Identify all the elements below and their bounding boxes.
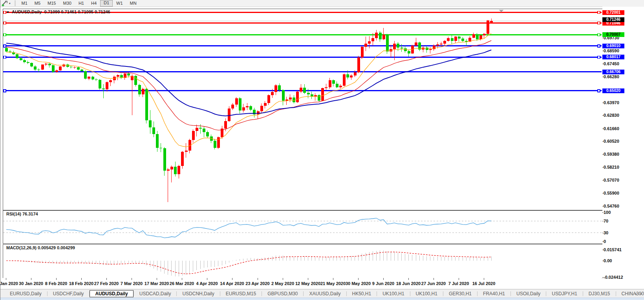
candle-body <box>436 44 439 46</box>
time-tick <box>459 278 459 280</box>
line-handle[interactable] <box>598 56 600 58</box>
chart-tab-uk100-h1[interactable]: UK100,H1 <box>410 291 443 297</box>
candle-body <box>167 169 170 171</box>
candle-body <box>99 80 101 89</box>
chart-tab-dj30-m15[interactable]: DJ30,M15 <box>583 291 616 297</box>
candle-body <box>239 98 242 110</box>
timeframe-button-mn[interactable]: MN <box>126 0 140 6</box>
line-handle[interactable] <box>598 33 600 36</box>
time-tick <box>408 278 409 280</box>
candle-body <box>386 35 389 52</box>
chart-style-icon[interactable] <box>0 0 9 6</box>
candle-body <box>271 92 274 95</box>
rsi-pane[interactable]: RSI(14) 76.3174 <box>3 210 603 244</box>
timeframe-button-m1[interactable]: M1 <box>18 0 31 6</box>
line-handle[interactable] <box>598 45 600 47</box>
chart-tab-audusd-daily[interactable]: AUDUSD,Daily <box>90 290 133 297</box>
timeframe-buttons: M1M5M15M30H1H4D1W1MN <box>18 0 140 7</box>
chart-tab-usdcad-daily[interactable]: USDCAD,Daily <box>134 291 177 297</box>
tab-scroll-arrows: ◂ ▸ <box>635 289 642 298</box>
timeframe-button-m30[interactable]: M30 <box>59 0 75 6</box>
line-handle[interactable] <box>4 45 6 47</box>
time-tick <box>232 278 232 280</box>
line-handle[interactable] <box>4 22 6 24</box>
price-tick-label: 0.68590 <box>604 48 619 53</box>
candle-body <box>149 120 152 128</box>
candle-body <box>224 121 227 129</box>
candle-body <box>80 70 83 71</box>
chart-tab-usdchf-daily[interactable]: USDCHF,Daily <box>48 291 90 297</box>
main-chart-pane[interactable]: AUDUSD,Daily 0.71099 0.71461 0.71095 0.7… <box>3 9 603 210</box>
macd-pane[interactable]: MACD(12,26,9) 0.005429 0.004299 <box>3 244 603 278</box>
timeframe-button-m15[interactable]: M15 <box>44 0 59 6</box>
candle-body <box>55 70 58 72</box>
chart-tab-eurusd-daily[interactable]: EURUSD,Daily <box>4 291 47 297</box>
candle-body <box>59 66 62 70</box>
line-handle[interactable] <box>598 90 600 92</box>
chart-tab-gbpusd-m30[interactable]: GBPUSD,M30 <box>262 291 303 297</box>
line-handle[interactable] <box>4 56 6 58</box>
tab-scroll-right-icon[interactable]: ▸ <box>640 292 642 296</box>
rsi-scale-label: 70 <box>604 219 608 223</box>
candle-body <box>458 37 461 39</box>
candle-body <box>479 35 482 39</box>
candle-body <box>235 98 238 105</box>
timeframe-button-h4[interactable]: H4 <box>88 0 100 6</box>
chart-tab-hk50-h1[interactable]: HK50,H1 <box>347 291 377 297</box>
rsi-scale-label: 100 <box>604 210 611 215</box>
time-axis[interactable]: 21 Jan 202030 Jan 20208 Feb 202018 Feb 2… <box>3 278 602 289</box>
candle-body <box>267 95 270 103</box>
tab-scroll-left-icon[interactable]: ◂ <box>635 292 637 296</box>
chart-tab-ger30-h1[interactable]: GER30,H1 <box>443 291 477 297</box>
timeframe-button-d1[interactable]: D1 <box>100 0 113 7</box>
time-tick-label: 2 May 2020 <box>271 281 294 286</box>
chevron-down-icon[interactable]: ▾ <box>9 2 11 5</box>
chart-tab-uk100-h1[interactable]: UK100,H1 <box>377 291 410 297</box>
timeframe-button-h1[interactable]: H1 <box>75 0 88 6</box>
candle-body <box>27 62 29 63</box>
candle-body <box>52 65 55 72</box>
candle-body <box>397 44 399 48</box>
candle-body <box>393 44 396 49</box>
candle-body <box>408 51 410 53</box>
time-tick <box>182 278 182 280</box>
moving-average-line <box>6 40 491 130</box>
candle-body <box>443 41 446 44</box>
line-handle[interactable] <box>598 11 600 14</box>
candle-body <box>23 60 26 62</box>
line-handle[interactable] <box>4 33 6 36</box>
price-scale[interactable]: 0.697300.685900.674500.662800.639700.628… <box>602 7 644 289</box>
candle-body <box>339 86 342 87</box>
candle-body <box>318 95 320 100</box>
chart-tab-usdjpy-h1[interactable]: USDJPY,H1 <box>546 291 582 297</box>
chart-tab-usoil-daily[interactable]: USOil,Daily <box>511 291 546 297</box>
time-tick <box>258 278 258 280</box>
chart-tab-eurusd-m15[interactable]: EURUSD,M15 <box>220 291 262 297</box>
timeframe-button-w1[interactable]: W1 <box>113 0 126 6</box>
line-handle[interactable] <box>4 90 6 92</box>
toolbar-grip[interactable] <box>14 1 16 6</box>
price-tick-label: 0.61660 <box>604 126 619 131</box>
candle-body <box>293 98 295 102</box>
candle-body <box>106 82 108 89</box>
timeframe-button-m5[interactable]: M5 <box>31 0 44 6</box>
chart-tab-fra40-h1[interactable]: FRA40,H1 <box>478 291 510 297</box>
candlestick-chart[interactable] <box>3 9 602 209</box>
candle-body <box>332 80 335 84</box>
time-tick-label: 27 Feb 2020 <box>94 281 119 286</box>
time-tick-label: 14 Apr 2020 <box>220 281 244 286</box>
candle-body <box>451 38 454 41</box>
price-badge: 0.72001 <box>602 10 624 15</box>
time-tick <box>383 278 384 280</box>
time-tick-label: 9 Jun 2020 <box>372 281 394 286</box>
chart-tab-xauusd-daily[interactable]: XAUUSD,Daily <box>304 291 346 297</box>
chart-tab-usdcnh-daily[interactable]: USDCNH,Daily <box>177 291 220 297</box>
candle-body <box>307 93 310 94</box>
candle-body <box>84 71 87 79</box>
time-tick-label: 23 Apr 2020 <box>245 281 269 286</box>
line-handle[interactable] <box>4 11 6 14</box>
candle-body <box>382 35 385 39</box>
candle-body <box>20 58 22 60</box>
line-handle[interactable] <box>598 22 600 24</box>
time-tick-label: 18 Jun 2020 <box>396 281 421 286</box>
